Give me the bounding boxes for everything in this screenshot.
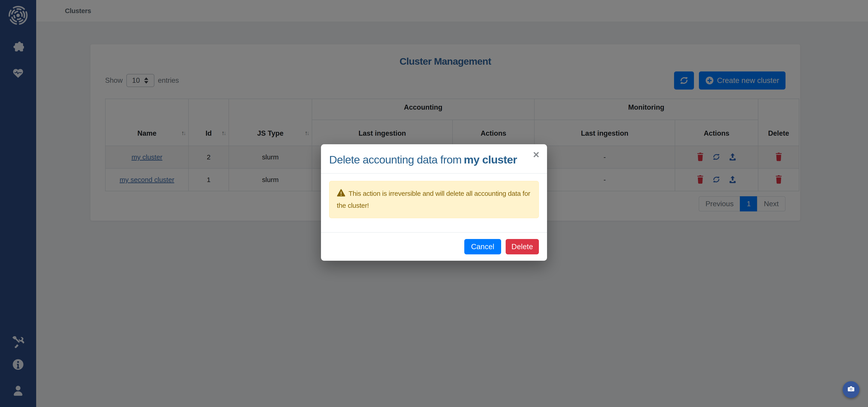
- modal-footer: Cancel Delete: [321, 232, 547, 261]
- modal-title: Delete accounting data frommy cluster: [329, 153, 539, 166]
- modal-title-cluster-name: my cluster: [464, 154, 517, 166]
- camera-icon: [846, 385, 856, 394]
- screenshot-button[interactable]: [843, 381, 860, 398]
- close-icon[interactable]: ×: [533, 149, 539, 160]
- delete-button[interactable]: Delete: [506, 239, 539, 254]
- delete-accounting-modal: Delete accounting data frommy cluster × …: [321, 144, 547, 261]
- modal-body: This action is irreversible and will del…: [321, 174, 547, 232]
- cancel-button[interactable]: Cancel: [464, 239, 501, 254]
- modal-header: Delete accounting data frommy cluster ×: [321, 144, 547, 174]
- warning-triangle-icon: [337, 189, 345, 197]
- warning-alert: This action is irreversible and will del…: [329, 181, 539, 218]
- warning-text: This action is irreversible and will del…: [337, 190, 530, 209]
